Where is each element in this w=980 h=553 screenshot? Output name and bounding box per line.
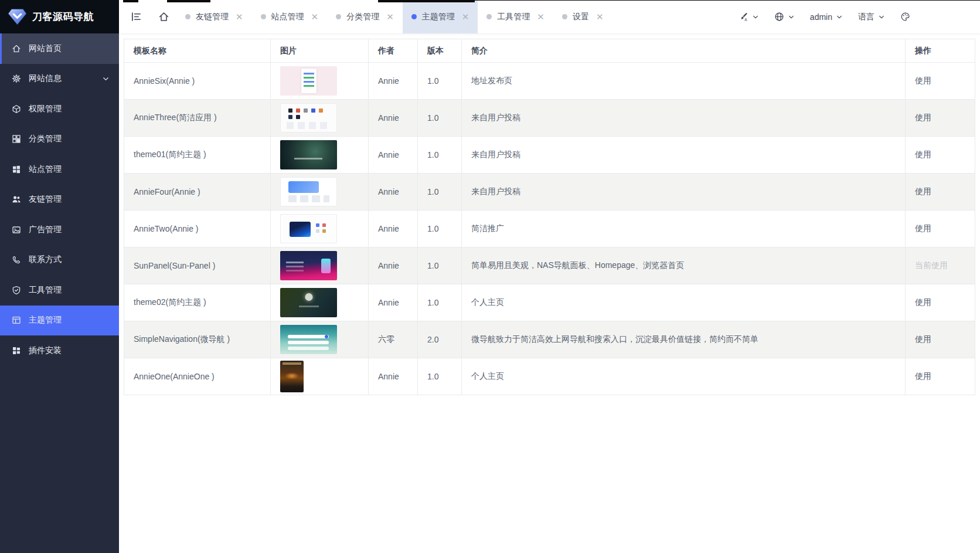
column-header: 图片: [271, 39, 369, 63]
screen-artifact: [378, 0, 475, 2]
table-header-row: 模板名称图片作者版本简介操作: [124, 39, 975, 63]
tab-friend-links[interactable]: 友链管理 ✕: [176, 0, 252, 33]
tab-status-dot: [562, 14, 567, 19]
tab-label: 分类管理: [346, 12, 379, 22]
sidebar-item-label: 广告管理: [29, 225, 62, 235]
version-cell: 1.0: [418, 247, 462, 284]
template-thumbnail[interactable]: [280, 66, 337, 96]
template-thumbnail[interactable]: [280, 214, 337, 243]
sidebar-item-permissions[interactable]: 权限管理: [0, 94, 119, 124]
table-row: SunPanel(Sun-Panel ) Annie 1.0 简单易用且美观，N…: [124, 247, 975, 284]
version-cell: 1.0: [418, 63, 462, 100]
template-thumbnail[interactable]: [280, 140, 337, 169]
close-tab-icon[interactable]: ✕: [462, 12, 469, 21]
language-dropdown[interactable]: 语言: [853, 12, 890, 22]
tab-categories[interactable]: 分类管理 ✕: [327, 0, 403, 33]
sidebar-menu: 网站首页 网站信息 权限管理 分类管理 站点管理 友链管理 广告管理 联系方式 …: [0, 33, 119, 366]
sidebar-item-ads[interactable]: 广告管理: [0, 215, 119, 245]
use-button[interactable]: 使用: [915, 223, 931, 233]
use-button[interactable]: 使用: [915, 186, 931, 196]
action-cell: 使用: [906, 211, 975, 247]
template-name-cell: AnnieSix(Annie ): [124, 63, 271, 100]
network-dropdown[interactable]: [769, 12, 800, 22]
tab-tools[interactable]: 工具管理 ✕: [478, 0, 553, 33]
version-cell: 1.0: [418, 211, 462, 247]
table-row: AnnieThree(简洁应用 ) Annie 1.0 来自用户投稿 使用: [124, 100, 975, 137]
author-cell: Annie: [369, 137, 418, 174]
close-tab-icon[interactable]: ✕: [236, 12, 243, 21]
close-tab-icon[interactable]: ✕: [596, 12, 604, 21]
column-header: 版本: [418, 39, 462, 63]
sidebar-item-plugins[interactable]: 插件安装: [0, 335, 119, 366]
column-header: 操作: [906, 39, 975, 63]
template-name-cell: AnnieThree(简洁应用 ): [124, 100, 271, 137]
sidebar-item-friend-links[interactable]: 友链管理: [0, 185, 119, 215]
theme-brush-dropdown[interactable]: [733, 12, 764, 22]
use-button[interactable]: 使用: [915, 76, 931, 85]
current-use-label: 当前使用: [915, 260, 948, 270]
theme-palette-button[interactable]: [895, 12, 916, 22]
sidebar-item-label: 权限管理: [29, 104, 62, 114]
version-cell: 2.0: [418, 321, 462, 358]
table-row: AnnieFour(Annie ) Annie 1.0 来自用户投稿 使用: [124, 174, 975, 211]
column-header: 作者: [369, 39, 418, 63]
description-cell: 简洁推广: [462, 211, 906, 247]
close-tab-icon[interactable]: ✕: [537, 12, 545, 21]
template-image-cell: [271, 174, 369, 211]
template-name-cell: theme01(简约主题 ): [124, 137, 271, 174]
use-button[interactable]: 使用: [915, 150, 931, 159]
tab-sites[interactable]: 站点管理 ✕: [252, 0, 328, 33]
version-cell: 1.0: [418, 137, 462, 174]
sidebar-item-sites[interactable]: 站点管理: [0, 154, 119, 185]
phone-icon: [12, 255, 21, 264]
tab-label: 友链管理: [196, 12, 229, 22]
template-thumbnail[interactable]: [280, 325, 337, 354]
chevron-down-icon: [878, 13, 885, 21]
sidebar-item-label: 网站信息: [29, 73, 62, 84]
description-cell: 简单易用且美观，NAS导航面板、Homepage、浏览器首页: [462, 247, 906, 284]
sidebar-item-label: 联系方式: [29, 255, 62, 265]
tab-status-dot: [261, 14, 266, 19]
sidebar-item-site-info[interactable]: 网站信息: [0, 64, 119, 94]
sidebar-item-label: 分类管理: [29, 134, 62, 144]
template-thumbnail[interactable]: [280, 251, 337, 280]
sidebar-item-themes[interactable]: 主题管理: [0, 306, 119, 336]
sidebar-item-label: 工具管理: [29, 285, 62, 296]
author-cell: Annie: [369, 247, 418, 284]
table-row: SimpleNavigation(微导航 ) 六零 2.0 微导航致力于简洁高效…: [124, 321, 975, 358]
description-cell: 个人主页: [462, 358, 906, 395]
home-tab-button[interactable]: [158, 11, 169, 22]
template-thumbnail[interactable]: [280, 288, 337, 317]
version-cell: 1.0: [418, 358, 462, 395]
sidebar-item-home[interactable]: 网站首页: [0, 33, 119, 64]
author-cell: Annie: [369, 100, 418, 137]
open-tabs: 友链管理 ✕ 站点管理 ✕ 分类管理 ✕ 主题管理 ✕ 工具管理 ✕ 设置 ✕: [176, 0, 612, 33]
use-button[interactable]: 使用: [915, 113, 931, 122]
template-thumbnail[interactable]: [280, 103, 337, 133]
template-image-cell: [271, 321, 369, 358]
menu-fold-icon: [131, 11, 142, 22]
use-button[interactable]: 使用: [915, 371, 931, 381]
template-name-cell: AnnieTwo(Annie ): [124, 211, 271, 247]
table-row: AnnieSix(Annie ) Annie 1.0 地址发布页 使用: [124, 63, 975, 100]
template-image-cell: [271, 284, 369, 321]
user-dropdown[interactable]: admin: [805, 12, 848, 22]
sidebar-item-categories[interactable]: 分类管理: [0, 124, 119, 155]
action-cell: 使用: [906, 174, 975, 211]
author-cell: Annie: [369, 211, 418, 247]
use-button[interactable]: 使用: [915, 297, 931, 307]
template-thumbnail[interactable]: [280, 361, 304, 392]
tab-status-dot: [336, 14, 341, 19]
tab-themes[interactable]: 主题管理 ✕: [403, 0, 478, 33]
description-cell: 地址发布页: [462, 63, 906, 100]
sidebar-collapse-button[interactable]: [131, 11, 142, 22]
tab-label: 设置: [573, 12, 589, 22]
template-thumbnail[interactable]: [280, 177, 337, 206]
use-button[interactable]: 使用: [915, 334, 931, 344]
tab-settings[interactable]: 设置 ✕: [553, 0, 612, 33]
template-image-cell: [271, 137, 369, 174]
sidebar-item-tools[interactable]: 工具管理: [0, 275, 119, 306]
sidebar-item-contact[interactable]: 联系方式: [0, 245, 119, 276]
close-tab-icon[interactable]: ✕: [386, 12, 394, 21]
close-tab-icon[interactable]: ✕: [311, 12, 319, 21]
